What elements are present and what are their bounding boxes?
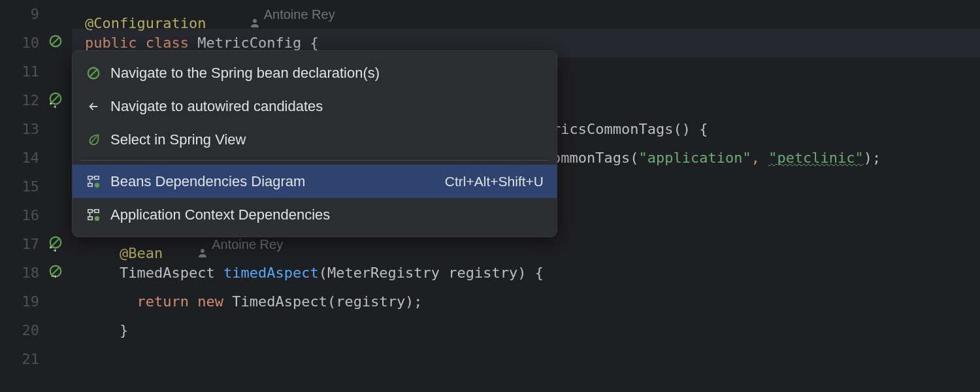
svg-point-19 [95, 216, 99, 220]
line-number-gutter: 9 10 11 12 13 14 15 16 17 18 19 20 21 [0, 0, 46, 392]
menu-separator [80, 160, 549, 161]
menu-item-navigate-bean[interactable]: Navigate to the Spring bean declaration(… [73, 56, 557, 90]
svg-rect-14 [88, 183, 92, 186]
code-line[interactable]: TimedAspect timedAspect(MeterRegistry re… [85, 259, 980, 287]
line-number: 17 [0, 230, 39, 259]
annotation-token: @Configuration [85, 15, 206, 31]
svg-point-9 [201, 249, 204, 253]
comma-token: , [751, 150, 760, 166]
line-number: 14 [0, 144, 39, 172]
line-number: 19 [0, 287, 39, 316]
svg-rect-17 [95, 209, 99, 212]
spring-leaf-icon [86, 132, 101, 148]
menu-item-context-dependencies[interactable]: Application Context Dependencies [73, 198, 557, 231]
line-number: 12 [0, 86, 39, 115]
svg-rect-16 [88, 209, 92, 212]
menu-item-shortcut: Ctrl+Alt+Shift+U [445, 174, 544, 189]
keyword-token: return [137, 293, 188, 310]
svg-line-11 [90, 69, 97, 76]
author-hint: Antoine Rey [250, 0, 335, 29]
spring-bean-gutter-icon[interactable] [48, 235, 65, 252]
svg-rect-13 [95, 176, 99, 179]
svg-point-8 [253, 19, 257, 23]
menu-item-beans-diagram[interactable]: Beans Dependencies Diagram Ctrl+Alt+Shif… [73, 165, 557, 198]
method-token: timedAspect [223, 265, 319, 281]
ctor-token: TimedAspect(registry); [232, 293, 422, 310]
type-token: TimedAspect [120, 265, 215, 281]
code-line[interactable]: @Configuration Antoine Rey [85, 0, 980, 29]
method-token: ricsCommonTags() { [552, 121, 708, 137]
keyword-token: public [85, 35, 137, 51]
author-name: Antoine Rey [264, 0, 335, 29]
paren-token: ( [319, 265, 327, 281]
line-number: 21 [0, 345, 39, 374]
svg-line-7 [52, 268, 59, 275]
brace-token: } [120, 322, 128, 338]
svg-point-15 [95, 182, 99, 187]
svg-rect-18 [88, 216, 92, 220]
text-token: ) { [517, 265, 544, 281]
class-name-token: MetricConfig [197, 35, 301, 51]
keyword-token: class [146, 35, 189, 51]
line-number: 18 [0, 259, 39, 287]
menu-item-label: Navigate to the Spring bean declaration(… [110, 65, 544, 82]
string-token: "petclinic" [768, 150, 864, 166]
arrow-left-icon [86, 99, 101, 114]
spring-bean-gutter-icon[interactable] [48, 91, 65, 108]
gutter-icon-area [46, 0, 72, 392]
gutter-context-menu: Navigate to the Spring bean declaration(… [72, 50, 557, 237]
diagram-icon [86, 207, 101, 223]
string-token: "application" [638, 150, 751, 166]
brace-token: { [310, 35, 318, 51]
menu-item-label: Beans Dependencies Diagram [110, 173, 436, 190]
type-token: MeterRegistry [327, 265, 440, 281]
line-number: 9 [0, 0, 39, 29]
code-line[interactable]: return new TimedAspect(registry); [85, 287, 980, 316]
spring-bean-gutter-icon[interactable] [48, 264, 65, 281]
menu-item-navigate-autowired[interactable]: Navigate to autowired candidates [73, 90, 557, 123]
svg-rect-12 [88, 176, 92, 179]
menu-item-label: Navigate to autowired candidates [110, 98, 544, 115]
code-line[interactable]: } [85, 316, 980, 345]
code-line[interactable] [85, 345, 980, 374]
spring-no-icon [86, 65, 101, 81]
menu-item-select-spring-view[interactable]: Select in Spring View [73, 123, 557, 156]
menu-item-label: Select in Spring View [110, 131, 544, 148]
person-icon [250, 9, 260, 20]
diagram-icon [86, 174, 101, 189]
text-token: ); [864, 150, 881, 166]
line-number: 15 [0, 172, 39, 201]
line-number: 11 [0, 57, 39, 86]
line-number: 16 [0, 201, 39, 230]
svg-line-1 [52, 38, 59, 45]
annotation-token: @Bean [120, 245, 163, 261]
keyword-token: new [197, 293, 223, 310]
spring-bean-gutter-icon[interactable] [48, 34, 65, 51]
line-number: 13 [0, 115, 39, 144]
person-icon [197, 239, 208, 250]
text-token: ommonTags( [552, 150, 638, 166]
menu-item-label: Application Context Dependencies [110, 206, 544, 223]
param-token: registry [448, 265, 517, 281]
line-number: 20 [0, 316, 39, 345]
line-number: 10 [0, 29, 39, 57]
